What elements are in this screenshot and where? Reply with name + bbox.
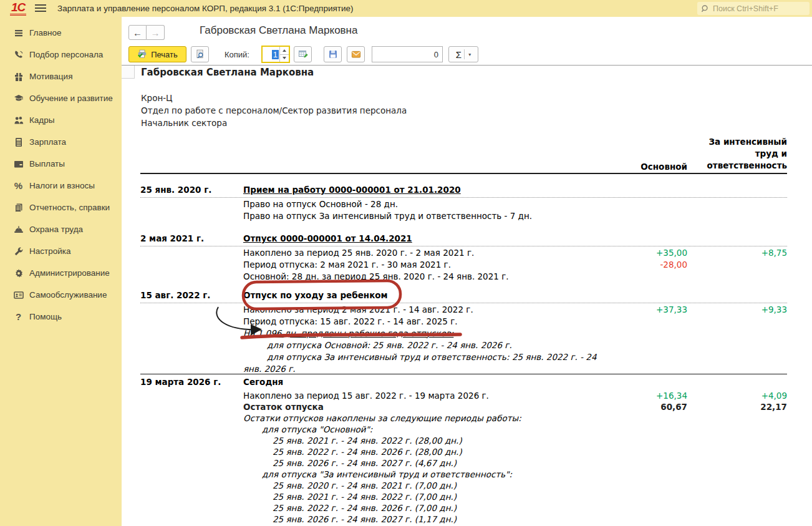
- sidebar-item-self-service[interactable]: Самообслуживание: [0, 284, 122, 306]
- spreadsheet-corner: [122, 66, 135, 79]
- forward-button[interactable]: →: [147, 25, 165, 40]
- table-row: 25 янв. 2026 г. - 24 янв. 2027 г. (1,17 …: [140, 514, 787, 525]
- global-search[interactable]: [697, 2, 810, 15]
- table-row: 25 янв. 2021 г. - 24 янв. 2022 г. (28,00…: [140, 435, 787, 446]
- copies-stepper[interactable]: 1: [261, 46, 290, 63]
- table-row: Период отпуска: 15 авг. 2022 г. - 14 авг…: [140, 315, 787, 327]
- table-row: для отпуска "За интенсивный труд и ответ…: [140, 469, 787, 480]
- id-card-icon: [13, 290, 24, 300]
- table-row: Период отпуска: 2 мая 2021 г. - 30 мая 2…: [140, 258, 787, 270]
- gift-icon: [13, 71, 24, 82]
- table-row: Накоплено за период 25 янв. 2020 г. - 2 …: [140, 246, 787, 258]
- table-row: Остаток отпуска60,6722,17: [140, 401, 787, 412]
- sidebar-item-labor-safety[interactable]: Охрана труда: [0, 218, 122, 240]
- wallet-icon: [13, 158, 24, 169]
- sidebar-item-reporting[interactable]: Отчетность, справки: [0, 197, 122, 218]
- 1c-logo: 1С: [10, 1, 26, 16]
- app-title: Зарплата и управление персоналом КОРП, р…: [57, 4, 353, 13]
- section-head-row: 15 авг. 2022 г. Отпуск по уходу за ребен…: [140, 290, 787, 303]
- floppy-icon: [328, 49, 338, 59]
- printer-icon: [137, 49, 147, 59]
- wrench-icon: [13, 246, 24, 256]
- preview-icon: [195, 49, 205, 59]
- save-button[interactable]: [324, 46, 342, 62]
- report-section-hire: 25 янв. 2020 г. Прием на работу 0000-000…: [140, 185, 787, 222]
- sidebar-item-hr[interactable]: Кадры: [0, 109, 122, 131]
- event-title: Сегодня: [243, 377, 625, 387]
- percent-icon: %: [13, 180, 24, 191]
- table-row: для отпуска Основной: 25 янв. 2022 г. - …: [140, 339, 787, 351]
- sidebar-item-help[interactable]: ? Помощь: [0, 306, 122, 328]
- report-employee-name: Габровская Светлана Марковна: [141, 67, 314, 78]
- sidebar-item-training[interactable]: Обучение и развитие: [0, 87, 122, 109]
- table-edit-icon: [298, 49, 308, 59]
- sidebar-item-recruiting[interactable]: Подбор персонала: [0, 44, 122, 66]
- table-row: 25 янв. 2022 г. - 24 янв. 2026 г. (28,00…: [140, 446, 787, 457]
- table-row: Накоплено за период 15 авг. 2022 г. - 19…: [140, 390, 787, 401]
- report-department: Отдел по работе с персоналом/Сектор разв…: [141, 105, 407, 115]
- report-section-today: 19 марта 2026 г. Сегодня Накоплено за пе…: [140, 374, 787, 525]
- stepper-down-icon[interactable]: [280, 55, 289, 62]
- calculator-icon: [13, 137, 24, 147]
- table-row: Остатки отпусков накоплены за следующие …: [140, 412, 787, 424]
- search-input[interactable]: [713, 4, 800, 13]
- table-row: 25 янв. 2022 г. - 24 янв. 2026 г. (7,00 …: [140, 502, 787, 514]
- event-link[interactable]: Прием на работу 0000-000001 от 21.01.202…: [243, 185, 625, 195]
- section-head-row: 25 янв. 2020 г. Прием на работу 0000-000…: [140, 185, 787, 198]
- sidebar-item-motivation[interactable]: Мотивация: [0, 66, 122, 87]
- counter-field[interactable]: 0: [372, 46, 443, 62]
- back-button[interactable]: ←: [128, 25, 147, 40]
- table-row: для отпуска За интенсивный труд и ответс…: [140, 351, 787, 363]
- report-organization: Крон-Ц: [141, 93, 173, 103]
- table-row: 25 янв. 2021 г. - 24 янв. 2022 г. (7,00 …: [140, 491, 787, 502]
- print-preview-button[interactable]: [191, 46, 209, 62]
- people-icon: [13, 115, 24, 125]
- event-title: Отпуск по уходу за ребенком: [243, 290, 625, 300]
- table-row: Право на отпуск Основной - 28 дн.: [140, 198, 787, 210]
- copies-label: Копий:: [225, 50, 249, 59]
- print-button[interactable]: Печать: [128, 46, 186, 62]
- table-row: Накоплено за период 2 мая 2021 г. - 14 а…: [140, 303, 787, 315]
- sidebar-item-payments[interactable]: Выплаты: [0, 153, 122, 175]
- table-row: 25 янв. 2026 г. - 24 янв. 2027 г. (4,67 …: [140, 457, 787, 469]
- edit-table-button[interactable]: [294, 46, 312, 62]
- sidebar-item-salary[interactable]: Зарплата: [0, 131, 122, 153]
- report-column-headers: Основной За интенсивный труд и ответстве…: [140, 136, 787, 174]
- documents-icon: [13, 202, 24, 213]
- sidebar-item-taxes[interactable]: % Налоги и взносы: [0, 175, 122, 197]
- section-head-row: 2 мая 2021 г. Отпуск 0000-000001 от 14.0…: [140, 233, 787, 246]
- gear-icon: [13, 268, 24, 278]
- sidebar-item-main[interactable]: Главное: [0, 22, 122, 44]
- column-header-intensive: За интенсивный труд и ответственность: [687, 136, 787, 172]
- copies-value[interactable]: 1: [263, 47, 279, 62]
- table-row: На 1 096 дн. продлены рабочие года отпус…: [140, 327, 787, 339]
- table-row: янв. 2026 г.: [140, 363, 787, 374]
- sidebar: Главное Подбор персонала Мотивация Обуче…: [0, 17, 122, 526]
- report-position: Начальник сектора: [141, 118, 227, 128]
- top-bar: 1С Зарплата и управление персоналом КОРП…: [0, 0, 812, 17]
- chevron-down-icon[interactable]: ▾: [464, 49, 471, 59]
- sidebar-item-administration[interactable]: Администрирование: [0, 262, 122, 284]
- event-link[interactable]: Отпуск 0000-000001 от 14.04.2021: [243, 233, 625, 243]
- section-head-row: 19 марта 2026 г. Сегодня: [140, 377, 787, 390]
- sidebar-item-settings[interactable]: Настройка: [0, 240, 122, 262]
- envelope-icon: [351, 49, 361, 59]
- question-icon: ?: [13, 311, 24, 322]
- hamburger-menu-icon[interactable]: [35, 4, 46, 12]
- sum-button[interactable]: Σ ▾: [448, 46, 478, 62]
- column-header-main: Основной: [625, 162, 687, 172]
- table-row: для отпуска "Основной":: [140, 424, 787, 435]
- table-row: Основной: 28 дн. за период 25 янв. 2020 …: [140, 270, 787, 282]
- app-window: 1С Зарплата и управление персоналом КОРП…: [0, 0, 812, 526]
- search-icon: [701, 4, 710, 13]
- helmet-icon: [13, 224, 24, 235]
- graduation-cap-icon: [13, 93, 24, 104]
- report-section-childcare: 15 авг. 2022 г. Отпуск по уходу за ребен…: [140, 290, 787, 374]
- send-mail-button[interactable]: [347, 46, 365, 62]
- stepper-up-icon[interactable]: [280, 47, 289, 55]
- nav-buttons: ← →: [128, 25, 165, 40]
- menu-icon: [13, 27, 24, 38]
- report-section-vacation: 2 мая 2021 г. Отпуск 0000-000001 от 14.0…: [140, 233, 787, 282]
- table-row: Право на отпуск За интенсивный труд и от…: [140, 210, 787, 222]
- phone-icon: [13, 49, 24, 60]
